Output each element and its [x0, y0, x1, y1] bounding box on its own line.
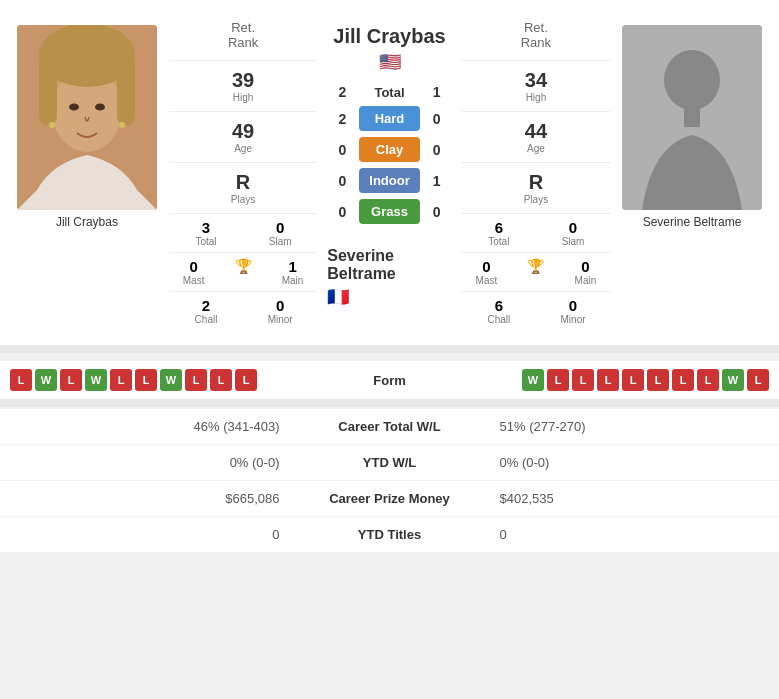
p2-grass-score: 0: [422, 204, 452, 220]
hard-score-row: 2 Hard 0: [327, 106, 451, 131]
player1-photo-panel: Jill Craybas: [10, 15, 164, 330]
player1-high-block: 39 High: [169, 69, 317, 103]
center-panel: Jill Craybas 🇺🇸 2 Total 1 2 Hard 0 0 Cla…: [322, 15, 456, 330]
section-divider-1: [0, 345, 779, 353]
player2-plays-block: R Plays: [462, 171, 610, 205]
form-section: LWLWLLWLLL Form WLLLLLLLWL: [0, 361, 779, 399]
player2-age-block: 44 Age: [462, 120, 610, 154]
player1-slam-val: 0: [276, 219, 284, 236]
player2-photo-panel: Severine Beltrame: [615, 15, 769, 330]
svg-rect-12: [684, 107, 700, 127]
player1-flag: 🇺🇸: [379, 51, 401, 73]
player1-main-lbl: Main: [282, 275, 304, 286]
svg-rect-4: [39, 55, 57, 125]
player2-chall-lbl: Chall: [487, 314, 510, 325]
player1-mast-main-row: 0 Mast 🏆 1 Main: [169, 258, 317, 286]
p1-clay-score: 0: [327, 142, 357, 158]
p2-form-badge-3: L: [597, 369, 619, 391]
player1-total-cell: 3 Total: [169, 219, 243, 247]
player1-total-val: 3: [202, 219, 210, 236]
player2-name: Severine Beltrame: [327, 247, 451, 283]
player2-main-val: 0: [581, 258, 589, 275]
player2-minor-val: 0: [569, 297, 577, 314]
p2-form-badge-7: L: [697, 369, 719, 391]
player2-total-slam-row: 6 Total 0 Slam: [462, 219, 610, 247]
player1-rank-label: Ret.: [231, 20, 255, 35]
p2-total-score: 1: [422, 84, 452, 100]
total-score-row: 2 Total 1: [327, 84, 451, 100]
clay-score-row: 0 Clay 0: [327, 137, 451, 162]
p1-ytd-titles: 0: [15, 527, 300, 542]
p1-form-badge-0: L: [10, 369, 32, 391]
player1-stats-panel: Ret. Rank 39 High 49 Age R Plays: [164, 15, 322, 330]
p1-form-badge-4: L: [110, 369, 132, 391]
player1-total-lbl: Total: [195, 236, 216, 247]
player2-slam-cell: 0 Slam: [536, 219, 610, 247]
player1-high-value: 39: [169, 69, 317, 92]
player2-main-cell: 0 Main: [561, 258, 610, 286]
player2-flag: 🇫🇷: [327, 286, 451, 308]
p1-ytd-wl: 0% (0-0): [15, 455, 300, 470]
player2-total-cell: 6 Total: [462, 219, 536, 247]
p2-ytd-titles: 0: [480, 527, 765, 542]
player2-age-label: Age: [462, 143, 610, 154]
grass-score-row: 0 Grass 0: [327, 199, 451, 224]
p2-indoor-score: 1: [422, 173, 452, 189]
player1-mast-cell: 0 Mast: [169, 258, 218, 286]
player1-plays-block: R Plays: [169, 171, 317, 205]
p1-grass-score: 0: [327, 204, 357, 220]
p1-total-score: 2: [327, 84, 357, 100]
p2-form-badge-5: L: [647, 369, 669, 391]
svg-rect-5: [117, 55, 135, 125]
hard-button: Hard: [359, 106, 419, 131]
clay-button: Clay: [359, 137, 419, 162]
player2-total-val: 6: [495, 219, 503, 236]
career-wl-row: 46% (341-403) Career Total W/L 51% (277-…: [0, 409, 779, 445]
player2-stats-panel: Ret. Rank 34 High 44 Age R Plays: [457, 15, 615, 330]
p2-ytd-wl: 0% (0-0): [480, 455, 765, 470]
player2-header: Severine Beltrame 🇫🇷: [327, 247, 451, 308]
svg-point-8: [49, 122, 55, 128]
player2-high-label: High: [462, 92, 610, 103]
p2-form-badge-1: L: [547, 369, 569, 391]
player2-plays-label: Plays: [462, 194, 610, 205]
svg-point-7: [95, 104, 105, 111]
p1-prize: $665,086: [15, 491, 300, 506]
player2-minor-lbl: Minor: [561, 314, 586, 325]
player1-age-block: 49 Age: [169, 120, 317, 154]
player1-age-value: 49: [169, 120, 317, 143]
ytd-wl-label: YTD W/L: [300, 455, 480, 470]
player2-minor-cell: 0 Minor: [536, 297, 610, 325]
player1-high-label: High: [169, 92, 317, 103]
player1-mast-lbl: Mast: [183, 275, 205, 286]
ytd-wl-row: 0% (0-0) YTD W/L 0% (0-0): [0, 445, 779, 481]
p2-career-wl: 51% (277-270): [480, 419, 765, 434]
p2-prize: $402,535: [480, 491, 765, 506]
total-label: Total: [357, 85, 421, 100]
player2-mast-main-row: 0 Mast 🏆 0 Main: [462, 258, 610, 286]
player1-main-val: 1: [288, 258, 296, 275]
p1-form-badge-7: L: [185, 369, 207, 391]
player1-chall-minor-row: 2 Chall 0 Minor: [169, 297, 317, 325]
player2-slam-val: 0: [569, 219, 577, 236]
player2-name-under-photo: Severine Beltrame: [643, 215, 742, 229]
prize-label: Career Prize Money: [300, 491, 480, 506]
p1-indoor-score: 0: [327, 173, 357, 189]
p2-form-badge-0: W: [522, 369, 544, 391]
player2-mast-val: 0: [482, 258, 490, 275]
player2-main-lbl: Main: [575, 275, 597, 286]
player2-chall-cell: 6 Chall: [462, 297, 536, 325]
prize-row: $665,086 Career Prize Money $402,535: [0, 481, 779, 517]
career-stats: 46% (341-403) Career Total W/L 51% (277-…: [0, 409, 779, 553]
player2-slam-lbl: Slam: [562, 236, 585, 247]
player2-age-value: 44: [462, 120, 610, 143]
player1-chall-val: 2: [202, 297, 210, 314]
player2-mast-lbl: Mast: [476, 275, 498, 286]
section-divider-2: [0, 399, 779, 407]
player2-trophy-icon: 🏆: [527, 258, 544, 274]
career-wl-label: Career Total W/L: [300, 419, 480, 434]
p2-hard-score: 0: [422, 111, 452, 127]
player2-high-block: 34 High: [462, 69, 610, 103]
player1-rank-sub: Rank: [228, 35, 258, 50]
player1-form-badges: LWLWLLWLLL: [10, 369, 350, 391]
